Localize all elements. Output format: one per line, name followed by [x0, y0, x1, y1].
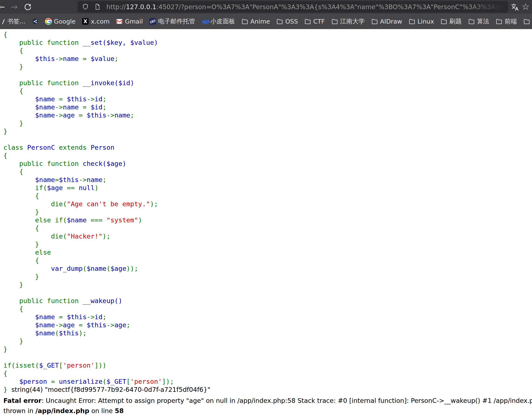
code-line: die("Hacker!");: [3, 232, 532, 240]
code-line: [3, 288, 532, 297]
code-line: {: [3, 305, 532, 313]
folder-icon: [523, 18, 530, 25]
bookmark-item[interactable]: AIDraw: [371, 18, 402, 25]
code-line: }: [3, 119, 532, 127]
bookmark-item[interactable]: 江南大学: [331, 17, 365, 26]
code-line: $person = unserialize($_GET['person']);: [3, 377, 532, 385]
bookmark-label: OSS: [285, 18, 298, 25]
browser-toolbar: ← → http://127.0.0.1:45027/?person=O%3A7…: [0, 0, 532, 13]
code-line: {: [3, 87, 532, 95]
code-line: $name = $this->id;: [3, 313, 532, 321]
star-icon: ☆: [522, 1, 530, 13]
code-line: {: [3, 30, 532, 39]
code-line: {: [3, 47, 532, 54]
fragment-icon: [0, 18, 7, 25]
code-line: }: [3, 273, 532, 281]
xp-icon: xp: [202, 18, 208, 25]
url-scheme: http://: [106, 3, 126, 11]
url-text: http://127.0.0.1:45027/?person=O%3A7%3A"…: [106, 3, 508, 11]
code-line: }: [3, 345, 532, 353]
code-line: $this->name = $value;: [3, 54, 532, 63]
bookmark-item[interactable]: Anime: [241, 18, 270, 25]
error-line: Fatal error: Uncaught Error: Attempt to …: [3, 396, 532, 406]
bookmark-label: 电子邮件托管: [158, 17, 195, 26]
code-line: [3, 353, 532, 361]
bookmark-label: 算法: [477, 17, 489, 26]
security-shield-icon[interactable]: [82, 3, 89, 10]
php-var-dump-output: string(44) "moectf{f8d99577-7b92-6470-0d…: [7, 386, 210, 393]
code-line: [3, 71, 532, 79]
bookmark-item[interactable]: 刷题: [441, 17, 462, 26]
code-line: }: [3, 127, 532, 135]
code-line: {: [3, 192, 532, 200]
bookmark-item[interactable]: Linux: [409, 18, 434, 25]
code-line: if($age == null): [3, 184, 532, 192]
code-line: {: [3, 151, 532, 159]
url-path: :45027/?person=O%3A7%3A"PersonA"%3A3%3A{…: [156, 3, 508, 11]
bookmark-item[interactable]: LLM: [523, 18, 532, 25]
bookmark-item[interactable]: Google: [45, 18, 76, 25]
bookmark-item[interactable]: 算法: [468, 17, 489, 26]
code-line: else if($name === "system"): [3, 216, 532, 224]
folder-icon: [304, 18, 311, 25]
folder-icon: [409, 18, 415, 25]
code-line: else: [3, 248, 532, 256]
bookmark-label: Linux: [417, 18, 434, 25]
bookmark-label: x.com: [91, 18, 110, 25]
code-line: class PersonC extends Person: [3, 143, 532, 151]
reload-button[interactable]: [24, 3, 32, 11]
code-line: }: [3, 208, 532, 216]
url-bar[interactable]: http://127.0.0.1:45027/?person=O%3A7%3A"…: [78, 1, 508, 13]
code-line: public function __wakeup(): [3, 297, 532, 305]
code-line: public function check($age): [3, 159, 532, 168]
code-line: public function __set($key, $value): [3, 39, 532, 47]
bookmark-item[interactable]: 电子邮件托管: [149, 17, 195, 26]
bookmark-item[interactable]: xp小皮面板: [202, 17, 235, 26]
code-line: {: [3, 369, 532, 377]
bookmark-label: 书签...: [7, 17, 26, 26]
code-line: die("Age can't be empty.");: [3, 200, 532, 208]
bookmarks-bar: 书签...GoogleXx.comGmail电子邮件托管xp小皮面板AnimeO…: [0, 13, 532, 29]
bookmark-label: 小皮面板: [210, 17, 235, 26]
gmail-icon: [116, 18, 123, 25]
code-line: }: [3, 63, 532, 71]
folder-icon: [331, 18, 338, 25]
folder-icon: [468, 18, 475, 25]
folder-icon: [441, 18, 447, 25]
url-host: 127.0.0.1: [126, 3, 156, 11]
bookmark-item[interactable]: 书签...: [0, 17, 26, 26]
translate-button[interactable]: [511, 2, 519, 12]
code-line: $name($this);: [3, 329, 532, 337]
bookmark-item[interactable]: OSS: [276, 18, 298, 25]
bookmark-item[interactable]: Xx.com: [82, 18, 110, 25]
bookmark-label: 江南大学: [340, 17, 365, 26]
bookmark-item[interactable]: CTF: [304, 18, 325, 25]
bookmark-label: AIDraw: [380, 18, 402, 25]
bookmark-label: Gmail: [125, 18, 143, 25]
bookmark-item[interactable]: 前端: [496, 17, 517, 26]
translate-icon: [511, 2, 519, 12]
forward-button[interactable]: →: [11, 0, 18, 13]
code-line: {: [3, 224, 532, 232]
google-icon: [45, 18, 52, 25]
code-line: } string(44) "moectf{f8d99577-7b92-6470-…: [3, 385, 532, 393]
code-line: public function __invoke($id): [3, 79, 532, 87]
error-line: thrown in /app/index.php on line 58: [3, 406, 532, 416]
link-badge-icon: [149, 18, 156, 25]
bookmark-star-button[interactable]: ☆: [522, 1, 530, 13]
code-line: [3, 135, 532, 143]
reload-icon: [24, 3, 32, 11]
code-line: }: [3, 281, 532, 288]
code-line: if(isset($_GET['person'])): [3, 361, 532, 369]
folder-icon: [241, 18, 248, 25]
back-button[interactable]: ←: [0, 0, 5, 13]
page-info-icon[interactable]: [94, 3, 101, 10]
bookmark-item[interactable]: [32, 18, 39, 25]
code-line: $name->age = $this->name;: [3, 111, 532, 119]
php-fatal-error: Fatal error: Uncaught Error: Attempt to …: [3, 396, 532, 416]
code-line: $name->age = $this->age;: [3, 321, 532, 329]
bookmark-label: 前端: [505, 17, 517, 26]
page-content: { public function __set($key, $value) { …: [0, 29, 532, 416]
bookmark-item[interactable]: Gmail: [116, 18, 143, 25]
code-line: }: [3, 337, 532, 345]
